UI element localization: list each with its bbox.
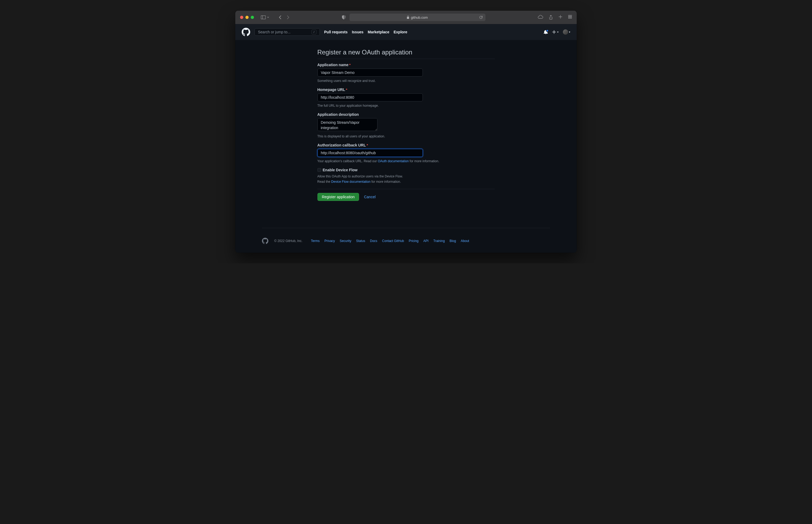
search-input[interactable]: Search or jump to... / bbox=[254, 28, 320, 36]
browser-window: github.com Search or jump to... / Pull r… bbox=[235, 11, 577, 253]
footer-link-about[interactable]: About bbox=[461, 239, 469, 243]
divider bbox=[317, 189, 495, 189]
minimize-window-button[interactable] bbox=[245, 16, 249, 19]
caret-down-icon: ▾ bbox=[569, 31, 570, 33]
callback-url-label: Authorization callback URL* bbox=[317, 143, 495, 147]
svg-rect-2 bbox=[407, 17, 409, 19]
footer-link-terms[interactable]: Terms bbox=[311, 239, 320, 243]
github-footer-logo-icon[interactable] bbox=[262, 238, 268, 244]
footer-copyright: © 2022 GitHub, Inc. bbox=[274, 239, 302, 243]
page-footer: © 2022 GitHub, Inc. Terms Privacy Securi… bbox=[235, 222, 577, 253]
device-flow-hint-2: Read the Device Flow documentation for m… bbox=[317, 179, 495, 184]
app-name-input[interactable] bbox=[317, 69, 423, 77]
device-flow-docs-link[interactable]: Device Flow documentation bbox=[331, 180, 370, 183]
chevron-down-icon bbox=[267, 17, 269, 18]
browser-toolbar: github.com bbox=[235, 11, 577, 24]
url-text: github.com bbox=[411, 15, 428, 19]
window-controls bbox=[240, 16, 254, 19]
footer-link-pricing[interactable]: Pricing bbox=[409, 239, 418, 243]
svg-rect-0 bbox=[261, 16, 266, 19]
device-flow-checkbox[interactable] bbox=[317, 168, 321, 172]
description-hint: This is displayed to all users of your a… bbox=[317, 134, 495, 139]
github-header: Search or jump to... / Pull requests Iss… bbox=[235, 24, 577, 40]
avatar bbox=[563, 29, 568, 35]
create-new-menu[interactable]: ▾ bbox=[552, 30, 559, 34]
callback-url-hint: Your application's callback URL. Read ou… bbox=[317, 159, 495, 164]
back-button[interactable] bbox=[279, 15, 281, 19]
privacy-shield-icon[interactable] bbox=[342, 15, 346, 19]
required-star: * bbox=[349, 63, 350, 67]
nav-pull-requests[interactable]: Pull requests bbox=[324, 30, 348, 34]
tabs-overview-icon[interactable] bbox=[568, 15, 572, 20]
share-icon[interactable] bbox=[549, 15, 553, 20]
nav-explore[interactable]: Explore bbox=[394, 30, 407, 34]
oauth-docs-link[interactable]: OAuth documentation bbox=[378, 159, 409, 163]
footer-link-blog[interactable]: Blog bbox=[449, 239, 456, 243]
required-star: * bbox=[346, 88, 347, 92]
nav-arrows bbox=[279, 15, 289, 19]
github-logo-icon[interactable] bbox=[242, 28, 250, 36]
reload-button[interactable] bbox=[479, 15, 483, 19]
description-textarea[interactable] bbox=[317, 118, 378, 131]
forward-button[interactable] bbox=[287, 15, 289, 19]
caret-down-icon: ▾ bbox=[557, 31, 559, 33]
device-flow-hint-1: Allow this OAuth App to authorize users … bbox=[317, 174, 495, 179]
footer-links: Terms Privacy Security Status Docs Conta… bbox=[311, 239, 469, 243]
svg-rect-6 bbox=[570, 17, 571, 18]
maximize-window-button[interactable] bbox=[251, 16, 254, 19]
notification-dot bbox=[546, 29, 549, 32]
close-window-button[interactable] bbox=[240, 16, 243, 19]
cancel-link[interactable]: Cancel bbox=[364, 195, 376, 199]
register-button[interactable]: Register application bbox=[317, 193, 359, 201]
footer-link-docs[interactable]: Docs bbox=[370, 239, 377, 243]
page-content: Register a new OAuth application Applica… bbox=[235, 40, 577, 222]
footer-link-contact[interactable]: Contact GitHub bbox=[382, 239, 404, 243]
cloud-icon[interactable] bbox=[538, 15, 543, 20]
footer-link-api[interactable]: API bbox=[423, 239, 428, 243]
svg-rect-4 bbox=[570, 15, 571, 17]
device-flow-label: Enable Device Flow bbox=[323, 168, 358, 172]
lock-icon bbox=[407, 16, 409, 19]
homepage-url-label: Homepage URL* bbox=[317, 87, 495, 92]
nav-issues[interactable]: Issues bbox=[352, 30, 364, 34]
svg-rect-5 bbox=[568, 17, 570, 18]
footer-link-security[interactable]: Security bbox=[340, 239, 351, 243]
required-star: * bbox=[367, 143, 368, 147]
homepage-url-hint: The full URL to your application homepag… bbox=[317, 103, 495, 108]
nav-marketplace[interactable]: Marketplace bbox=[368, 30, 390, 34]
callback-url-input[interactable] bbox=[317, 149, 423, 157]
sidebar-toggle-button[interactable] bbox=[261, 15, 269, 19]
search-hotkey-badge: / bbox=[312, 30, 316, 34]
footer-link-training[interactable]: Training bbox=[433, 239, 445, 243]
page-title: Register a new OAuth application bbox=[317, 49, 495, 56]
user-menu[interactable]: ▾ bbox=[563, 29, 570, 35]
address-bar[interactable]: github.com bbox=[349, 14, 485, 21]
footer-link-privacy[interactable]: Privacy bbox=[325, 239, 335, 243]
description-label: Application description bbox=[317, 112, 495, 117]
svg-rect-3 bbox=[568, 15, 570, 17]
primary-nav: Pull requests Issues Marketplace Explore bbox=[324, 30, 407, 34]
footer-link-status[interactable]: Status bbox=[356, 239, 365, 243]
new-tab-icon[interactable] bbox=[559, 15, 562, 20]
app-name-hint: Something users will recognize and trust… bbox=[317, 79, 495, 83]
app-name-label: Application name* bbox=[317, 63, 495, 67]
search-placeholder: Search or jump to... bbox=[258, 30, 291, 34]
homepage-url-input[interactable] bbox=[317, 93, 423, 101]
notifications-button[interactable] bbox=[544, 30, 548, 34]
